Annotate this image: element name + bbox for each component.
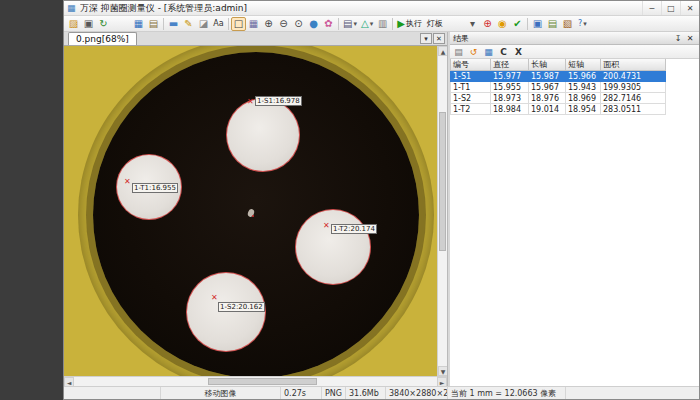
window-icon[interactable]: ▣ xyxy=(530,17,545,31)
results-panel-title: 结果 xyxy=(453,33,469,44)
hscroll-thumb[interactable] xyxy=(208,378,317,385)
status-filesize: 31.6Mb xyxy=(346,387,386,399)
panel-close-icon[interactable]: ✕ xyxy=(684,33,696,44)
results-table[interactable]: 编号直径长轴短轴面积1-S115.97715.98715.966200.4731… xyxy=(450,59,666,115)
table-cell: 18.954 xyxy=(566,104,601,115)
gallery-icon[interactable]: ▤▾ xyxy=(341,17,359,31)
minimize-button-icon[interactable]: ─ xyxy=(642,1,661,15)
tab-list-button[interactable]: ▾ xyxy=(420,33,432,44)
color-analysis-icon: ✿ xyxy=(324,17,332,31)
results-panel-titlebar: 结果 ↧ ✕ xyxy=(450,32,699,45)
dropdown-caret[interactable]: ▾ xyxy=(465,17,480,31)
help-icon: ? xyxy=(578,17,582,31)
delete-button[interactable]: X xyxy=(512,46,525,58)
mask-icon[interactable]: ▦ xyxy=(246,17,261,31)
report-icon[interactable]: ▤ xyxy=(146,17,161,31)
calibrate-icon[interactable]: ◉ xyxy=(495,17,510,31)
image-viewport[interactable]: ✕1-S1:16.978✕1-T1:16.955✕1-T2:20.174✕1-S… xyxy=(64,46,437,376)
table-cell: 1-T1 xyxy=(451,82,491,93)
tab-close-button[interactable]: ✕ xyxy=(433,33,445,44)
crop-icon[interactable]: ▬ xyxy=(166,17,181,31)
horizontal-scrollbar[interactable]: ◄ ► xyxy=(64,376,447,386)
pin-icon[interactable]: ↧ xyxy=(672,33,684,44)
confirm-icon: ✔ xyxy=(513,17,521,31)
zoom-in-icon[interactable]: ⊕ xyxy=(261,17,276,31)
zoom-fit-icon[interactable]: ⊙ xyxy=(291,17,306,31)
results-panel: 结果 ↧ ✕ ▤↺▦CX 编号直径长轴短轴面积1-S115.97715.9871… xyxy=(450,32,699,386)
results-table-area: 编号直径长轴短轴面积1-S115.97715.98715.966200.4731… xyxy=(450,59,699,386)
table-cell: 15.955 xyxy=(491,82,529,93)
select-tool-icon[interactable]: □ xyxy=(231,17,246,31)
help-icon[interactable]: ?▾ xyxy=(575,17,590,31)
table-cell: 199.9305 xyxy=(601,82,666,93)
window-title: 万深 抑菌圈测量仪 - [系统管理员:admin] xyxy=(80,2,247,15)
table-row[interactable]: 1-S115.97715.98715.966200.4731 xyxy=(451,71,666,82)
title-bar: ▦ 万深 抑菌圈测量仪 - [系统管理员:admin] ─ □ ✕ xyxy=(64,1,699,16)
font-icon[interactable]: Aa xyxy=(211,17,226,31)
toolbar-separator xyxy=(228,18,229,30)
measure-icon: △ xyxy=(361,17,369,31)
snapshot-icon[interactable]: ▧ xyxy=(560,17,575,31)
zone-measurement-label: 1-S2:20.162 xyxy=(218,302,265,312)
column-header[interactable]: 面积 xyxy=(601,59,666,71)
batch-process-icon[interactable]: ↻ xyxy=(96,17,111,31)
notes-icon[interactable]: ▤ xyxy=(545,17,560,31)
gallery-icon: ▤ xyxy=(343,17,352,31)
notes-icon: ▤ xyxy=(548,17,557,31)
pencil-icon: ✎ xyxy=(184,17,192,31)
toolbar-separator xyxy=(338,18,339,30)
eraser-icon: ◪ xyxy=(199,17,208,31)
column-header[interactable]: 直径 xyxy=(491,59,529,71)
zoom-fit-icon: ⊙ xyxy=(294,17,302,31)
chevron-down-icon: ▾ xyxy=(370,17,374,31)
mask-icon: ▦ xyxy=(249,17,258,31)
column-header[interactable]: 编号 xyxy=(451,59,491,71)
chart-icon[interactable]: ▦ xyxy=(482,46,495,58)
column-header[interactable]: 长轴 xyxy=(529,59,566,71)
app-window: ▦ 万深 抑菌圈测量仪 - [系统管理员:admin] ─ □ ✕ ▨▣↻▦▤▬… xyxy=(63,0,700,400)
table-cell: 15.967 xyxy=(529,82,566,93)
measurement-cross-icon: ✕ xyxy=(124,178,131,186)
tab-image[interactable]: 0.png[68%] xyxy=(68,32,137,45)
column-header[interactable]: 短轴 xyxy=(566,59,601,71)
light-panel-button[interactable]: 灯板 xyxy=(424,17,445,31)
table-cell: 282.7146 xyxy=(601,93,666,104)
zoom-out-icon[interactable]: ⊖ xyxy=(276,17,291,31)
save-icon[interactable]: ▦ xyxy=(131,17,146,31)
vscroll-thumb[interactable] xyxy=(439,112,446,252)
refresh-icon[interactable]: ↺ xyxy=(467,46,480,58)
table-row[interactable]: 1-S218.97318.97618.969282.7146 xyxy=(451,93,666,104)
zone-measurement-label: 1-S1:16.978 xyxy=(255,96,302,106)
target-icon[interactable]: ⊕ xyxy=(480,17,495,31)
globe-icon[interactable]: ● xyxy=(306,17,321,31)
inhibition-zone-1-S1 xyxy=(226,98,300,172)
camera-icon[interactable]: ▣ xyxy=(81,17,96,31)
table-cell: 19.014 xyxy=(529,104,566,115)
pencil-icon[interactable]: ✎ xyxy=(181,17,196,31)
toolbar-separator xyxy=(392,18,393,30)
close-button-icon[interactable]: ✕ xyxy=(680,1,699,15)
eraser-icon[interactable]: ◪ xyxy=(196,17,211,31)
results-toolbar: ▤↺▦CX xyxy=(450,45,699,59)
table-row[interactable]: 1-T115.95515.96715.943199.9305 xyxy=(451,82,666,93)
confirm-icon[interactable]: ✔ xyxy=(510,17,525,31)
maximize-button-icon[interactable]: □ xyxy=(661,1,680,15)
export-icon[interactable]: ▤ xyxy=(452,46,465,58)
open-image-icon[interactable]: ▨ xyxy=(66,17,81,31)
tab-strip: 0.png[68%] ▾ ✕ xyxy=(64,32,447,46)
dish-center-marker xyxy=(252,215,254,217)
copy-button[interactable]: C xyxy=(497,46,510,58)
zoom-in-icon: ⊕ xyxy=(264,17,272,31)
color-analysis-icon[interactable]: ✿ xyxy=(321,17,336,31)
target-icon: ⊕ xyxy=(483,17,491,31)
run-button[interactable]: ▶执行 xyxy=(395,17,424,31)
snapshot-icon: ▧ xyxy=(563,17,572,31)
table-cell: 15.966 xyxy=(566,71,601,82)
status-format: PNG xyxy=(322,387,346,399)
layers-icon[interactable]: ▥ xyxy=(375,17,390,31)
status-bar: 移动图像 0.27s PNG 31.6Mb 3840×2880×24 当前 1 … xyxy=(64,386,699,399)
table-row[interactable]: 1-T218.98419.01418.954283.0511 xyxy=(451,104,666,115)
vertical-scrollbar[interactable]: ▲ ▼ xyxy=(437,46,447,376)
table-cell: 18.976 xyxy=(529,93,566,104)
measure-icon[interactable]: △▾ xyxy=(359,17,375,31)
